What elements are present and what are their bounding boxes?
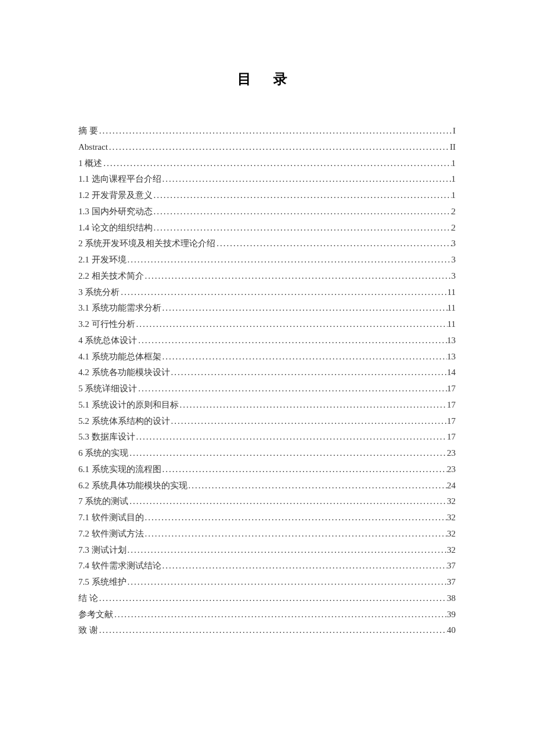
toc-entry-page: 17 (447, 397, 456, 413)
toc-entry-label: 1 概述 (78, 156, 102, 172)
toc-leader-dots (108, 139, 450, 156)
toc-entry-page: 23 (447, 462, 456, 478)
toc-entry: 6.1 系统实现的流程图23 (78, 462, 456, 478)
toc-entry-label: 7.1 软件测试目的 (78, 510, 144, 526)
toc-entry: 摘 要I (78, 123, 456, 139)
toc-entry: 2.1 开发环境3 (78, 252, 456, 268)
toc-entry-label: 7.2 软件测试方法 (78, 526, 144, 542)
table-of-contents: 摘 要IAbstractII1 概述11.1 选向课程平台介绍11.2 开发背景… (78, 123, 456, 639)
toc-entry-page: 13 (447, 333, 456, 349)
toc-entry-label: 2.1 开发环境 (78, 252, 127, 268)
toc-entry-label: 7 系统的测试 (78, 494, 128, 510)
toc-entry-page: 2 (452, 220, 456, 236)
toc-entry-page: 11 (448, 316, 456, 333)
toc-leader-dots (98, 123, 453, 139)
toc-leader-dots (137, 333, 447, 349)
toc-entry: 7.3 测试计划32 (78, 542, 456, 559)
toc-entry: 7.5 系统维护37 (78, 574, 456, 591)
toc-entry: AbstractII (78, 139, 456, 156)
toc-entry-label: 1.1 选向课程平台介绍 (78, 171, 161, 188)
toc-entry-label: 6.1 系统实现的流程图 (78, 462, 161, 478)
toc-entry-label: 4.1 系统功能总体框架 (78, 349, 161, 365)
toc-entry-label: 3.2 可行性分析 (78, 316, 135, 333)
toc-entry-label: 1.4 论文的组织结构 (78, 220, 153, 236)
toc-leader-dots (161, 462, 448, 478)
toc-entry: 4.2 系统各功能模块设计14 (78, 365, 456, 381)
toc-leader-dots (127, 542, 448, 559)
toc-entry: 7.4 软件需求测试结论37 (78, 558, 456, 574)
toc-leader-dots (102, 156, 451, 172)
toc-entry: 7.1 软件测试目的32 (78, 510, 456, 526)
toc-entry-label: 3 系统分析 (78, 285, 120, 301)
toc-entry-page: 32 (447, 526, 456, 542)
toc-leader-dots (113, 607, 447, 623)
toc-leader-dots (98, 622, 447, 639)
document-page: 目 录 摘 要IAbstractII1 概述11.1 选向课程平台介绍11.2 … (0, 0, 534, 697)
toc-entry: 1.3 国内外研究动态2 (78, 204, 456, 220)
toc-entry-label: 7.3 测试计划 (78, 542, 127, 559)
toc-entry-page: 2 (452, 204, 456, 220)
toc-entry: 3.2 可行性分析11 (78, 316, 456, 333)
toc-entry: 1.4 论文的组织结构2 (78, 220, 456, 236)
toc-entry: 4 系统总体设计13 (78, 333, 456, 349)
toc-entry: 1 概述1 (78, 156, 456, 172)
toc-leader-dots (170, 413, 448, 430)
toc-leader-dots (161, 349, 448, 365)
toc-entry: 1.1 选向课程平台介绍1 (78, 171, 456, 188)
toc-entry-page: 39 (447, 607, 456, 623)
toc-entry: 7 系统的测试32 (78, 494, 456, 510)
toc-entry-label: 5 系统详细设计 (78, 381, 137, 397)
toc-entry: 6.2 系统具体功能模块的实现24 (78, 478, 456, 494)
toc-leader-dots (144, 526, 448, 542)
toc-entry: 2 系统开发环境及相关技术理论介绍3 (78, 236, 456, 252)
toc-leader-dots (179, 397, 448, 413)
toc-leader-dots (144, 510, 448, 526)
toc-entry-label: 4.2 系统各功能模块设计 (78, 365, 170, 381)
toc-entry-label: 5.1 系统设计的原则和目标 (78, 397, 179, 413)
toc-entry-page: 11 (448, 300, 456, 316)
toc-entry: 5 系统详细设计17 (78, 381, 456, 397)
toc-entry-page: II (450, 139, 456, 156)
toc-entry: 1.2 开发背景及意义1 (78, 188, 456, 204)
toc-entry-page: 40 (447, 622, 456, 639)
toc-entry-label: 1.2 开发背景及意义 (78, 188, 153, 204)
toc-entry-label: 4 系统总体设计 (78, 333, 137, 349)
toc-leader-dots (153, 188, 452, 204)
toc-entry: 5.2 系统体系结构的设计17 (78, 413, 456, 430)
toc-entry: 5.3 数据库设计17 (78, 429, 456, 445)
toc-leader-dots (153, 204, 452, 220)
toc-entry-page: 17 (447, 429, 456, 445)
toc-entry-label: 2.2 相关技术简介 (78, 268, 144, 285)
toc-leader-dots (161, 558, 448, 574)
toc-entry: 致 谢40 (78, 622, 456, 639)
toc-entry-label: 3.1 系统功能需求分析 (78, 300, 161, 316)
toc-leader-dots (161, 300, 448, 316)
toc-leader-dots (98, 591, 447, 607)
toc-leader-dots (187, 478, 448, 494)
toc-leader-dots (127, 574, 448, 591)
toc-entry-page: I (453, 123, 456, 139)
toc-entry-page: 3 (452, 236, 456, 252)
toc-entry: 6 系统的实现23 (78, 445, 456, 462)
toc-entry-label: 6.2 系统具体功能模块的实现 (78, 478, 187, 494)
toc-entry-page: 1 (452, 171, 456, 188)
toc-entry-page: 1 (452, 188, 456, 204)
toc-entry-page: 17 (447, 413, 456, 430)
toc-leader-dots (161, 171, 452, 188)
toc-entry-label: 摘 要 (78, 123, 98, 139)
toc-leader-dots (135, 429, 448, 445)
toc-entry-page: 14 (447, 365, 456, 381)
toc-entry: 2.2 相关技术简介3 (78, 268, 456, 285)
toc-entry-page: 32 (447, 542, 456, 559)
toc-entry-label: 参考文献 (78, 607, 113, 623)
toc-entry: 参考文献39 (78, 607, 456, 623)
toc-entry-page: 32 (447, 510, 456, 526)
toc-entry-label: 1.3 国内外研究动态 (78, 204, 153, 220)
toc-entry-label: 5.2 系统体系结构的设计 (78, 413, 170, 430)
toc-entry-page: 37 (447, 558, 456, 574)
toc-entry: 3 系统分析11 (78, 285, 456, 301)
toc-entry-page: 24 (447, 478, 456, 494)
toc-entry: 3.1 系统功能需求分析11 (78, 300, 456, 316)
toc-leader-dots (170, 365, 448, 381)
toc-entry-page: 23 (447, 445, 456, 462)
